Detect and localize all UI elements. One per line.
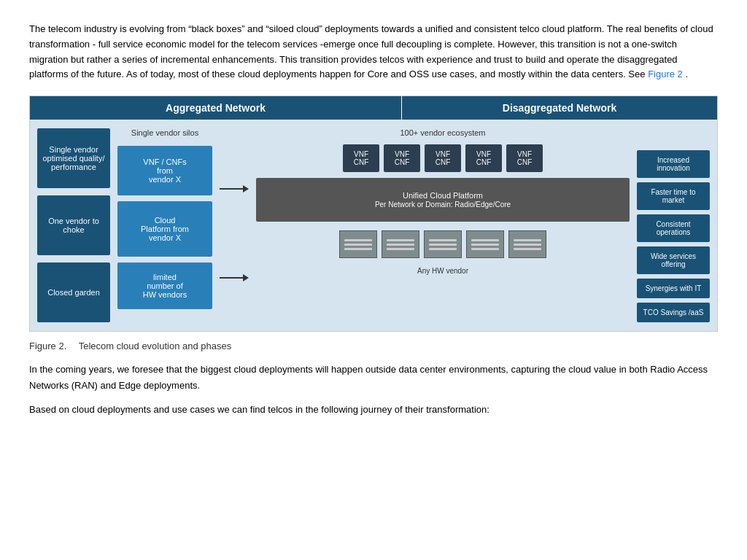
benefit-faster-time: Faster time to market — [637, 182, 710, 210]
header-disaggregated: Disaggregated Network — [402, 96, 717, 120]
benefit-synergies: Synergies with IT — [637, 279, 710, 298]
single-vendor-label: Single vendor silos — [117, 128, 212, 137]
intro-text: The telecom industry is evolving from “b… — [29, 23, 713, 79]
agg-box-2: One vendor to choke — [37, 195, 110, 255]
benefit-wide-services: Wide services offering — [637, 246, 710, 274]
arrow-top — [220, 185, 249, 192]
agg-box-3: Closed garden — [37, 262, 110, 322]
any-hw-vendor-label: Any HW vendor — [256, 267, 630, 275]
diagram-header: Aggregated Network Disaggregated Network — [30, 96, 717, 120]
arrow-bottom — [220, 274, 249, 281]
agg-box-1: Single vendor optimised quality/ perform… — [37, 128, 110, 188]
single-vendor-silos: Single vendor silos VNF / CNFsfromvendor… — [117, 128, 212, 322]
benefit-consistent-operations: Consistent operations — [637, 214, 710, 242]
body-text-1: In the coming years, we foresee that the… — [29, 362, 718, 393]
arrows-middle — [220, 128, 249, 322]
diagram: Aggregated Network Disaggregated Network… — [29, 96, 718, 332]
hw-row — [256, 230, 630, 258]
intro-paragraph: The telecom industry is evolving from “b… — [29, 22, 718, 82]
hw-vendors-box: limitednumber ofHW vendors — [117, 262, 212, 309]
header-aggregated: Aggregated Network — [30, 96, 402, 120]
benefits-column: Increased innovation Faster time to mark… — [637, 128, 710, 322]
unified-cloud-box: Unified Cloud PlatformPer Network or Dom… — [256, 178, 630, 222]
figure-caption: Figure 2. Telecom cloud evolution and ph… — [29, 341, 718, 351]
vnf-cnf-5: VNFCNF — [506, 144, 543, 172]
vnf-cnf-3: VNFCNF — [425, 144, 461, 172]
hw-box-1 — [339, 230, 377, 258]
vnf-row: VNFCNF VNFCNF VNFCNF VNFCNF VNFCNF — [256, 144, 630, 172]
hw-box-2 — [382, 230, 419, 258]
vendor-ecosystem-label: 100+ vendor ecosystem — [256, 128, 630, 137]
figure2-link[interactable]: Figure 2 — [648, 69, 683, 79]
benefit-tco-savings: TCO Savings /aaS — [637, 303, 710, 322]
vnf-cnf-2: VNFCNF — [384, 144, 420, 172]
disaggregated-section: 100+ vendor ecosystem VNFCNF VNFCNF VNFC… — [256, 128, 630, 322]
benefit-increased-innovation: Increased innovation — [637, 150, 710, 178]
hw-box-4 — [466, 230, 504, 258]
intro-link-after: . — [683, 69, 688, 79]
body-text-2: Based on cloud deployments and use cases… — [29, 402, 718, 417]
vnf-cnf-4: VNFCNF — [465, 144, 502, 172]
hw-box-3 — [424, 230, 462, 258]
diagram-body: Single vendor optimised quality/ perform… — [30, 120, 717, 331]
aggregated-left-boxes: Single vendor optimised quality/ perform… — [37, 128, 110, 322]
cloud-platform-box: CloudPlatform fromvendor X — [117, 201, 212, 257]
vnf-cnf-1: VNFCNF — [343, 144, 379, 172]
hw-box-5 — [508, 230, 546, 258]
vnf-cnf-box: VNF / CNFsfromvendor X — [117, 146, 212, 195]
